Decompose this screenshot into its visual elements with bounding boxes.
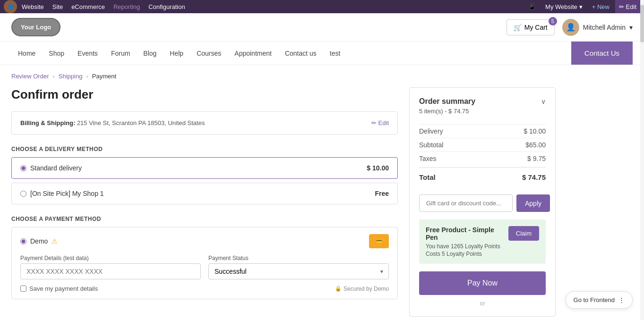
breadcrumb-review-order[interactable]: Review Order bbox=[11, 73, 49, 80]
lock-icon: 🔒 bbox=[335, 286, 342, 292]
nav-home[interactable]: Home bbox=[11, 43, 42, 64]
billing-edit-link[interactable]: ✏ Edit bbox=[371, 119, 389, 126]
order-taxes-value: $ 9.75 bbox=[527, 155, 546, 162]
delivery-onsite-label[interactable]: [On Site Pick] My Shop 1 bbox=[20, 190, 104, 197]
payment-demo-label[interactable]: Demo ⚠ bbox=[20, 237, 58, 245]
payment-footer: Save my payment details 🔒 Secured by Dem… bbox=[20, 285, 389, 292]
admin-bar-left: 👤 Website Site eCommerce Reporting Confi… bbox=[4, 0, 189, 13]
delivery-standard-label[interactable]: Standard delivery bbox=[20, 164, 82, 172]
admin-avatar: 👤 bbox=[4, 0, 17, 13]
admin-bar-site[interactable]: Site bbox=[49, 0, 67, 13]
new-btn[interactable]: + New bbox=[588, 0, 613, 13]
save-payment-area: Save my payment details bbox=[20, 285, 98, 292]
billing-info: Billing & Shipping: 215 Vine St, Scranto… bbox=[20, 119, 205, 126]
pay-now-button[interactable]: Pay Now bbox=[419, 271, 546, 295]
card-icon: 💳 bbox=[369, 234, 389, 248]
order-summary-count: 5 item(s) - $ 74.75 bbox=[419, 108, 546, 115]
cart-label: My Cart bbox=[524, 24, 548, 31]
nav-test[interactable]: test bbox=[323, 43, 347, 64]
apply-button[interactable]: Apply bbox=[516, 194, 550, 212]
admin-bar-right: 📱 My Website ▾ + New ✏ Edit bbox=[524, 0, 640, 13]
loyalty-costs-text: Costs 5 Loyalty Points bbox=[426, 251, 505, 257]
cart-button[interactable]: 🛒 My Cart 5 bbox=[507, 19, 555, 35]
order-summary-title: Order summary bbox=[419, 97, 475, 106]
my-website-chevron: ▾ bbox=[579, 3, 583, 10]
payment-option-demo: Demo ⚠ 💳 Payment Details (test data) Pay… bbox=[11, 227, 398, 299]
scrollbar-thumb[interactable] bbox=[640, 5, 644, 42]
order-summary-chevron[interactable]: ∨ bbox=[541, 98, 546, 105]
claim-button[interactable]: Claim bbox=[508, 226, 539, 241]
order-total-row: Total $ 74.75 bbox=[419, 167, 546, 187]
site-header: Your Logo 🛒 My Cart 5 👤 Mitchell Admin ▾ bbox=[0, 13, 644, 42]
order-delivery-value: $ 10.00 bbox=[524, 127, 546, 135]
payment-details-input[interactable] bbox=[20, 263, 201, 279]
payment-method-name: Demo bbox=[30, 237, 48, 245]
delivery-standard-radio[interactable] bbox=[20, 165, 26, 171]
order-subtotal-value: $65.00 bbox=[525, 141, 546, 149]
discount-row: Apply bbox=[419, 194, 546, 212]
delivery-standard[interactable]: Standard delivery $ 10.00 bbox=[11, 157, 398, 179]
order-total-label: Total bbox=[419, 173, 436, 181]
mobile-preview-btn[interactable]: 📱 bbox=[524, 0, 540, 13]
delivery-standard-price: $ 10.00 bbox=[367, 164, 389, 172]
breadcrumb: Review Order › Shipping › Payment bbox=[0, 65, 644, 87]
user-avatar: 👤 bbox=[562, 19, 579, 36]
scrollbar-track[interactable] bbox=[640, 0, 644, 320]
card-image: 💳 bbox=[376, 239, 382, 244]
payment-status-field: Payment Status Successful bbox=[208, 255, 389, 279]
loyalty-promo-title: Free Product - Simple Pen bbox=[426, 226, 505, 241]
delivery-section-title: CHOOSE A DELIVERY METHOD bbox=[11, 146, 398, 152]
main-layout: Confirm order Billing & Shipping: 215 Vi… bbox=[0, 87, 567, 320]
nav-shop[interactable]: Shop bbox=[42, 43, 71, 64]
nav-courses[interactable]: Courses bbox=[190, 43, 228, 64]
go-frontend-icon: ⋮ bbox=[618, 296, 625, 303]
cart-badge: 5 bbox=[549, 17, 557, 25]
payment-status-select[interactable]: Successful bbox=[208, 263, 389, 279]
payment-header: Demo ⚠ 💳 bbox=[20, 234, 389, 248]
loyalty-promo-header: Free Product - Simple Pen You have 1265 … bbox=[426, 226, 539, 257]
pencil-icon: ✏ bbox=[371, 119, 377, 126]
nav-contact-us[interactable]: Contact us bbox=[278, 43, 323, 64]
admin-bar: 👤 Website Site eCommerce Reporting Confi… bbox=[0, 0, 644, 13]
delivery-onsite-radio[interactable] bbox=[20, 191, 26, 197]
site-nav: Home Shop Events Forum Blog Help Courses… bbox=[0, 42, 644, 65]
payment-demo-radio[interactable] bbox=[20, 238, 26, 244]
nav-events[interactable]: Events bbox=[71, 43, 104, 64]
order-line-delivery: Delivery $ 10.00 bbox=[419, 124, 546, 138]
edit-btn[interactable]: ✏ Edit bbox=[615, 0, 640, 13]
order-sidebar: Order summary ∨ 5 item(s) - $ 74.75 Deli… bbox=[409, 87, 556, 317]
go-to-frontend[interactable]: Go to Frontend ⋮ bbox=[566, 291, 633, 309]
order-total-value: $ 74.75 bbox=[522, 173, 546, 181]
header-right: 🛒 My Cart 5 👤 Mitchell Admin ▾ bbox=[507, 19, 633, 36]
cart-icon: 🛒 bbox=[514, 24, 522, 31]
nav-blog[interactable]: Blog bbox=[137, 43, 163, 64]
breadcrumb-shipping[interactable]: Shipping bbox=[59, 73, 83, 80]
payment-section: CHOOSE A PAYMENT METHOD Demo ⚠ 💳 Payment… bbox=[11, 216, 398, 299]
nav-help[interactable]: Help bbox=[163, 43, 190, 64]
admin-bar-configuration[interactable]: Configuration bbox=[145, 0, 189, 13]
my-website-btn[interactable]: My Website ▾ bbox=[541, 0, 586, 13]
payment-status-label: Payment Status bbox=[208, 255, 389, 261]
logo[interactable]: Your Logo bbox=[11, 18, 60, 36]
warning-icon: ⚠ bbox=[52, 237, 58, 245]
admin-bar-ecommerce[interactable]: eCommerce bbox=[68, 0, 109, 13]
payment-status-wrap: Successful bbox=[208, 263, 389, 279]
user-chevron: ▾ bbox=[629, 24, 633, 31]
delivery-onsite[interactable]: [On Site Pick] My Shop 1 Free bbox=[11, 183, 398, 204]
admin-bar-reporting[interactable]: Reporting bbox=[110, 0, 144, 13]
delivery-onsite-price: Free bbox=[375, 190, 389, 197]
loyalty-points-text: You have 1265 Loyalty Points bbox=[426, 243, 505, 250]
contact-us-button[interactable]: Contact Us bbox=[571, 42, 633, 65]
save-payment-checkbox[interactable] bbox=[20, 286, 26, 292]
admin-bar-website[interactable]: Website bbox=[18, 0, 48, 13]
payment-details-label: Payment Details (test data) bbox=[20, 255, 201, 261]
order-summary: Order summary ∨ 5 item(s) - $ 74.75 Deli… bbox=[409, 87, 556, 317]
order-line-taxes: Taxes $ 9.75 bbox=[419, 152, 546, 165]
nav-appointment[interactable]: Appointment bbox=[228, 43, 278, 64]
go-frontend-label: Go to Frontend bbox=[574, 296, 615, 303]
main-content: Confirm order Billing & Shipping: 215 Vi… bbox=[11, 87, 398, 317]
secured-by-text: Secured by Demo bbox=[343, 286, 389, 292]
user-menu-btn[interactable]: 👤 Mitchell Admin ▾ bbox=[562, 19, 633, 36]
nav-forum[interactable]: Forum bbox=[104, 43, 137, 64]
discount-input[interactable] bbox=[419, 194, 513, 212]
